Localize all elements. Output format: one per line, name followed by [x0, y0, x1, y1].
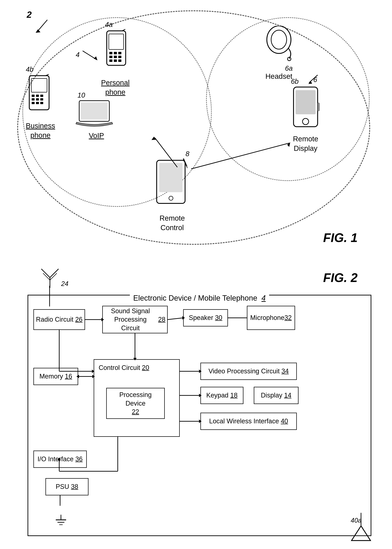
headset-device: 6a Headset — [262, 26, 296, 80]
svg-rect-29 — [81, 102, 108, 120]
svg-marker-1 — [36, 29, 41, 33]
business-phone-icon — [24, 74, 57, 121]
ref-2: 2 — [27, 9, 32, 20]
keypad-block: Keypad 18 — [200, 387, 243, 404]
fig2-section: FIG. 2 24 Electronic Device / Mobile Tel… — [0, 267, 392, 549]
svg-rect-12 — [118, 59, 121, 62]
diagram-title: Electronic Device / Mobile Telephone 4 — [130, 294, 269, 302]
ref-24: 24 — [61, 280, 68, 288]
rc-to-display-arrow — [189, 134, 310, 178]
sound-signal-block: Sound Signal Processing Circuit 28 — [102, 306, 168, 333]
fig2-label: FIG. 2 — [323, 271, 357, 285]
svg-rect-38 — [318, 102, 320, 111]
svg-rect-25 — [36, 102, 39, 104]
remote-control-label: RemoteControl — [153, 214, 191, 232]
personal-phone-icon — [98, 29, 133, 77]
svg-rect-20 — [40, 95, 43, 97]
fig1-label: FIG. 1 — [323, 231, 357, 245]
ref-2-arrow — [32, 18, 51, 37]
svg-marker-45 — [152, 137, 157, 140]
fig1-section: 2 FIG. 1 4a Personalphone — [0, 0, 392, 267]
svg-point-32 — [287, 57, 291, 61]
ref-4b: 4b — [26, 65, 57, 73]
ref-6a: 6a — [262, 65, 293, 72]
connections-svg — [28, 296, 371, 535]
ref-10: 10 — [77, 91, 117, 99]
svg-rect-18 — [32, 95, 35, 97]
svg-rect-10 — [109, 59, 112, 62]
svg-marker-15 — [94, 56, 98, 60]
svg-rect-6 — [118, 52, 121, 54]
svg-rect-4 — [109, 52, 112, 54]
ref-4a: 4a — [105, 21, 133, 29]
svg-rect-8 — [114, 56, 117, 58]
svg-rect-3 — [109, 34, 124, 50]
ref-4: 4 — [76, 51, 80, 59]
svg-point-37 — [302, 118, 309, 125]
radio-circuit-block: Radio Circuit 26 — [33, 309, 85, 330]
wireless-antenna-area: 40a — [351, 517, 371, 543]
ref-6b: 6b — [291, 78, 322, 85]
control-circuit-block: Control Circuit 20 Processing Device 22 — [94, 359, 180, 437]
block-diagram: Electronic Device / Mobile Telephone 4 R… — [28, 295, 371, 536]
svg-line-49 — [41, 269, 50, 277]
svg-rect-24 — [32, 102, 35, 104]
local-wireless-block: Local Wireless Interface 40 — [200, 413, 297, 430]
svg-rect-17 — [31, 79, 47, 92]
svg-point-43 — [169, 196, 173, 200]
display-block: Display 14 — [254, 387, 299, 404]
svg-rect-19 — [36, 95, 39, 97]
processing-device-block: Processing Device 22 — [106, 388, 165, 419]
svg-rect-36 — [296, 90, 315, 114]
headset-icon — [262, 26, 296, 64]
microphone-block: Microphone32 — [247, 306, 295, 330]
io-interface-block: I/O Interface 36 — [33, 451, 87, 468]
svg-rect-22 — [36, 98, 39, 101]
svg-rect-7 — [109, 56, 112, 58]
svg-rect-26 — [40, 102, 43, 104]
business-phone-device: 4b Businessphone — [24, 65, 57, 140]
voip-device: 10 VoIP — [76, 91, 117, 140]
ref-4-arrow — [81, 49, 102, 63]
svg-point-31 — [271, 30, 287, 49]
memory-block: Memory 16 — [33, 368, 78, 385]
svg-line-46 — [191, 143, 289, 169]
svg-rect-9 — [118, 56, 121, 58]
ground-symbol — [55, 515, 67, 528]
personal-phone-device: 4a Personalphone — [98, 21, 133, 97]
wireless-antenna-line — [360, 513, 362, 527]
svg-rect-11 — [114, 59, 117, 62]
voip-icon — [76, 100, 117, 131]
video-processing-block: Video Processing Circuit 34 — [200, 363, 297, 380]
business-phone-label: Businessphone — [24, 121, 57, 140]
svg-rect-16 — [29, 76, 49, 110]
voip-label: VoIP — [76, 131, 117, 140]
svg-rect-5 — [114, 52, 117, 54]
svg-marker-82 — [351, 526, 371, 541]
psu-block: PSU 38 — [45, 478, 89, 495]
svg-line-56 — [168, 318, 183, 320]
speaker-block: Speaker 30 — [183, 309, 228, 326]
wireless-antenna-icon — [351, 525, 371, 542]
svg-rect-21 — [32, 98, 35, 101]
svg-line-0 — [37, 20, 47, 32]
svg-rect-23 — [40, 98, 43, 101]
svg-line-44 — [155, 138, 177, 167]
remote-display-icon — [289, 85, 322, 134]
svg-line-50 — [50, 269, 58, 277]
